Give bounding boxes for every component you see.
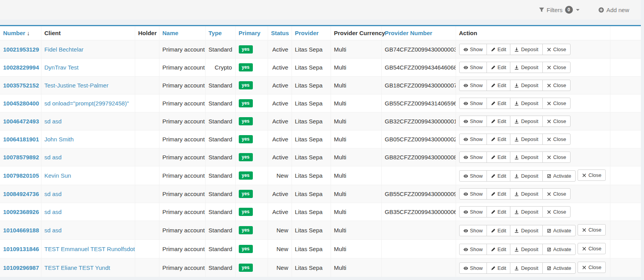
deposit-button[interactable]: Deposit bbox=[510, 206, 542, 218]
account-number-link[interactable]: 10092368926 bbox=[3, 209, 39, 215]
deposit-button[interactable]: Deposit bbox=[510, 44, 542, 55]
sort-desc-icon: ↓ bbox=[27, 30, 30, 36]
account-number-link[interactable]: 10078579892 bbox=[3, 154, 39, 161]
close-button[interactable]: Close bbox=[542, 152, 571, 163]
deposit-button[interactable]: Deposit bbox=[510, 80, 542, 91]
deposit-button[interactable]: Deposit bbox=[510, 134, 542, 145]
column-header-type[interactable]: Type bbox=[205, 26, 235, 40]
deposit-button[interactable]: Deposit bbox=[510, 262, 542, 274]
show-button[interactable]: Show bbox=[459, 244, 487, 255]
close-button[interactable]: Close bbox=[542, 62, 571, 73]
edit-button[interactable]: Edit bbox=[487, 80, 510, 91]
activate-button[interactable]: Activate bbox=[542, 225, 576, 236]
deposit-button[interactable]: Deposit bbox=[510, 152, 542, 163]
deposit-button[interactable]: Deposit bbox=[510, 116, 542, 127]
account-number-link[interactable]: 10109296987 bbox=[3, 264, 39, 271]
add-new-button[interactable]: Add new bbox=[598, 7, 629, 13]
eye-icon bbox=[463, 83, 468, 88]
pencil-icon bbox=[491, 119, 496, 124]
deposit-button[interactable]: Deposit bbox=[510, 62, 542, 73]
edit-button[interactable]: Edit bbox=[487, 62, 510, 73]
column-header-status[interactable]: Status bbox=[268, 26, 292, 40]
show-button[interactable]: Show bbox=[459, 62, 487, 73]
account-number-link[interactable]: 10046472493 bbox=[3, 118, 39, 125]
edit-button[interactable]: Edit bbox=[487, 262, 510, 274]
client-link[interactable]: Test-Justine Test-Palmer bbox=[45, 82, 109, 89]
primary-badge: yes bbox=[239, 135, 253, 143]
edit-button[interactable]: Edit bbox=[487, 225, 510, 236]
close-button[interactable]: Close bbox=[578, 243, 606, 254]
deposit-button[interactable]: Deposit bbox=[510, 170, 542, 182]
show-button[interactable]: Show bbox=[459, 152, 487, 163]
account-number-link[interactable]: 10079820105 bbox=[3, 172, 39, 179]
cell-client: TEST Eliane TEST Yundt bbox=[41, 259, 135, 277]
client-link[interactable]: John Smith bbox=[45, 136, 74, 143]
close-button[interactable]: Close bbox=[578, 224, 606, 235]
show-button[interactable]: Show bbox=[459, 262, 487, 274]
deposit-button[interactable]: Deposit bbox=[510, 244, 542, 255]
edit-button[interactable]: Edit bbox=[487, 44, 510, 55]
filters-dropdown-button[interactable]: Filters 0 bbox=[539, 6, 580, 14]
show-button[interactable]: Show bbox=[459, 44, 487, 55]
account-number-link[interactable]: 10064181901 bbox=[3, 136, 39, 143]
show-button[interactable]: Show bbox=[459, 98, 487, 109]
cell-number: 10046472493 bbox=[0, 112, 41, 130]
show-button[interactable]: Show bbox=[459, 188, 487, 200]
show-button[interactable]: Show bbox=[459, 116, 487, 127]
close-button[interactable]: Close bbox=[542, 116, 571, 127]
deposit-button[interactable]: Deposit bbox=[510, 225, 542, 236]
account-number-link[interactable]: 10109131846 bbox=[3, 246, 39, 252]
activate-button[interactable]: Activate bbox=[542, 170, 576, 182]
edit-button[interactable]: Edit bbox=[487, 188, 510, 200]
edit-button[interactable]: Edit bbox=[487, 116, 510, 127]
close-button[interactable]: Close bbox=[542, 44, 571, 55]
edit-button[interactable]: Edit bbox=[487, 206, 510, 218]
client-link[interactable]: Fidel Bechtelar bbox=[45, 46, 84, 53]
edit-button[interactable]: Edit bbox=[487, 134, 510, 145]
edit-button[interactable]: Edit bbox=[487, 244, 510, 255]
close-button[interactable]: Close bbox=[542, 206, 571, 218]
account-number-link[interactable]: 10104669188 bbox=[3, 227, 39, 234]
column-header-number[interactable]: Number↓ bbox=[0, 26, 41, 40]
client-link[interactable]: TEST Emmanuel TEST Runolfsdottir bbox=[45, 246, 135, 252]
column-header-provider[interactable]: Provider bbox=[292, 26, 331, 40]
deposit-button[interactable]: Deposit bbox=[510, 98, 542, 109]
close-button[interactable]: Close bbox=[578, 262, 606, 273]
client-link[interactable]: sd asd bbox=[45, 154, 62, 161]
client-link[interactable]: sd asd bbox=[45, 118, 62, 125]
edit-button[interactable]: Edit bbox=[487, 170, 510, 182]
client-link[interactable]: sd asd bbox=[45, 209, 62, 215]
close-button[interactable]: Close bbox=[542, 80, 571, 91]
show-button[interactable]: Show bbox=[459, 134, 487, 145]
client-link[interactable]: sd onload="prompt(299792458)" bbox=[45, 100, 129, 107]
client-link[interactable]: sd asd bbox=[45, 191, 62, 197]
activate-button[interactable]: Activate bbox=[542, 244, 576, 255]
client-link[interactable]: Kevin Sun bbox=[45, 172, 71, 179]
close-button[interactable]: Close bbox=[542, 188, 571, 200]
show-button[interactable]: Show bbox=[459, 225, 487, 236]
account-number-link[interactable]: 10035752152 bbox=[3, 82, 39, 89]
account-number-link[interactable]: 10021953129 bbox=[3, 46, 39, 53]
activate-button[interactable]: Activate bbox=[542, 262, 576, 274]
column-header-provider-number[interactable]: Provider Number bbox=[381, 26, 456, 40]
cell-spacer bbox=[610, 185, 641, 203]
account-number-link[interactable]: 10045280400 bbox=[3, 100, 39, 107]
client-link[interactable]: sd asd bbox=[45, 227, 62, 234]
x-icon bbox=[582, 265, 587, 270]
show-button[interactable]: Show bbox=[459, 170, 487, 182]
client-link[interactable]: DynTrav Test bbox=[45, 64, 79, 71]
account-number-link[interactable]: 10084924736 bbox=[3, 191, 39, 197]
show-button[interactable]: Show bbox=[459, 80, 487, 91]
show-button[interactable]: Show bbox=[459, 206, 487, 218]
close-button[interactable]: Close bbox=[578, 169, 606, 181]
client-link[interactable]: TEST Eliane TEST Yundt bbox=[45, 264, 110, 271]
edit-button[interactable]: Edit bbox=[487, 98, 510, 109]
close-button[interactable]: Close bbox=[542, 134, 571, 145]
column-header-primary[interactable]: Primary bbox=[235, 26, 268, 40]
close-button[interactable]: Close bbox=[542, 98, 571, 109]
cell-name: Primary account bbox=[159, 240, 205, 259]
account-number-link[interactable]: 10028229994 bbox=[3, 64, 39, 71]
edit-button[interactable]: Edit bbox=[487, 152, 510, 163]
column-header-name[interactable]: Name bbox=[159, 26, 205, 40]
deposit-button[interactable]: Deposit bbox=[510, 188, 542, 200]
